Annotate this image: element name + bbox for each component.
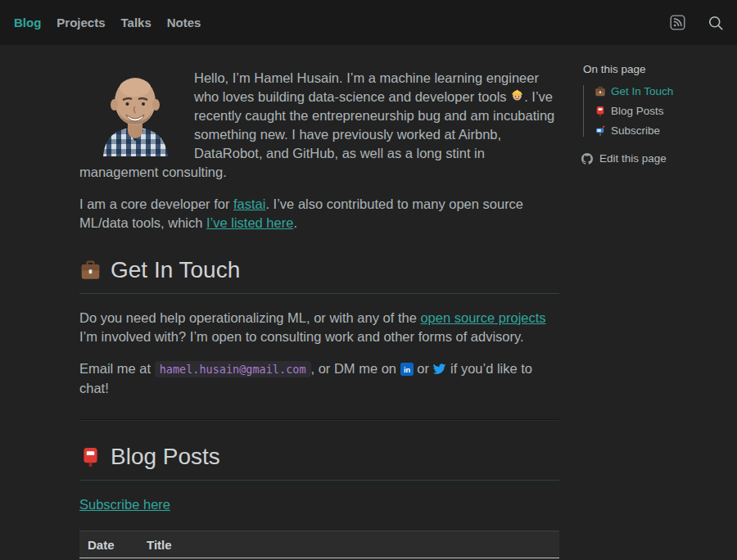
github-icon [581, 153, 593, 165]
toc-item-label: Get In Touch [611, 85, 673, 97]
linkedin-icon[interactable]: in [400, 363, 414, 376]
nav-item-talks[interactable]: Talks [121, 16, 151, 29]
date-column-header: Date [79, 531, 138, 558]
nav-item-notes[interactable]: Notes [167, 16, 201, 29]
email-text-2: , or DM me on [311, 361, 400, 376]
section-divider [79, 419, 559, 421]
title-column-header: Title [138, 531, 559, 558]
search-icon[interactable] [708, 15, 724, 31]
get-in-touch-heading: Get In Touch [79, 255, 559, 294]
twitter-icon[interactable] [432, 362, 446, 376]
consulting-text-2: I’m involved with? I’m open to consultin… [79, 329, 524, 344]
intro-paragraph-2: I am a core developer for fastai. I’ve a… [79, 195, 559, 233]
email-text-1: Email me at [79, 361, 155, 376]
intro-text-1: Hello, I’m Hamel Husain. I’m a machine l… [194, 70, 539, 104]
nav-item-blog[interactable]: Blog [14, 16, 41, 29]
subscribe-paragraph: Subscribe here [79, 495, 559, 514]
toc-item-get-in-touch[interactable]: Get In Touch [595, 85, 730, 97]
page-body: Hello, I’m Hamel Husain. I’m a machine l… [0, 45, 737, 560]
email-paragraph: Email me at hamel.husain@gmail.com, or D… [79, 359, 559, 398]
profile-photo [97, 70, 174, 156]
edit-this-page-label: Edit this page [599, 152, 667, 165]
consulting-paragraph: Do you need help operationalizing ML, or… [79, 309, 559, 346]
open-source-projects-link[interactable]: open source projects [420, 310, 545, 325]
mailbox-icon [595, 125, 606, 137]
email-text-3: or [414, 361, 433, 376]
toc-item-subscribe[interactable]: Subscribe [595, 124, 730, 137]
briefcase-icon [79, 260, 102, 282]
nav-links: Blog Projects Talks Notes [14, 16, 201, 29]
get-in-touch-title: Get In Touch [111, 255, 240, 285]
top-navbar: Blog Projects Talks Notes [0, 0, 737, 45]
listed-here-link[interactable]: I’ve listed here [206, 215, 293, 230]
toc-item-blog-posts[interactable]: Blog Posts [595, 105, 730, 117]
fastai-link[interactable]: fastai [233, 196, 265, 211]
p2-text-1: I am a core developer for [79, 196, 233, 211]
nav-icons [670, 15, 724, 31]
toc-heading: On this page [583, 63, 730, 75]
intro-paragraph: Hello, I’m Hamel Husain. I’m a machine l… [79, 69, 559, 182]
subscribe-here-link[interactable]: Subscribe here [79, 497, 170, 512]
on-this-page-sidebar: On this page Get In Touch [583, 63, 730, 165]
briefcase-icon [595, 86, 606, 97]
consulting-text-1: Do you need help operationalizing ML, or… [79, 310, 420, 325]
construction-worker-emoji [510, 88, 524, 102]
edit-this-page-link[interactable]: Edit this page [581, 152, 730, 165]
postbox-icon [79, 446, 102, 468]
toc-list: Get In Touch Blog Posts [583, 85, 730, 137]
toc-item-label: Blog Posts [611, 105, 664, 117]
blog-posts-table: Date Title 1/16/23 Why Should ML Enginee… [79, 531, 559, 560]
blog-posts-heading: Blog Posts [79, 442, 559, 481]
main-content: Hello, I’m Hamel Husain. I’m a machine l… [79, 45, 559, 560]
rss-icon[interactable] [670, 15, 685, 30]
nav-item-projects[interactable]: Projects [57, 16, 105, 29]
email-address[interactable]: hamel.husain@gmail.com [155, 361, 311, 377]
toc-item-label: Subscribe [611, 124, 660, 137]
blog-posts-title: Blog Posts [111, 442, 220, 472]
postbox-icon [595, 106, 606, 117]
svg-text:in: in [404, 366, 411, 374]
p2-text-3: . [293, 215, 297, 230]
table-header-row: Date Title [79, 531, 559, 558]
